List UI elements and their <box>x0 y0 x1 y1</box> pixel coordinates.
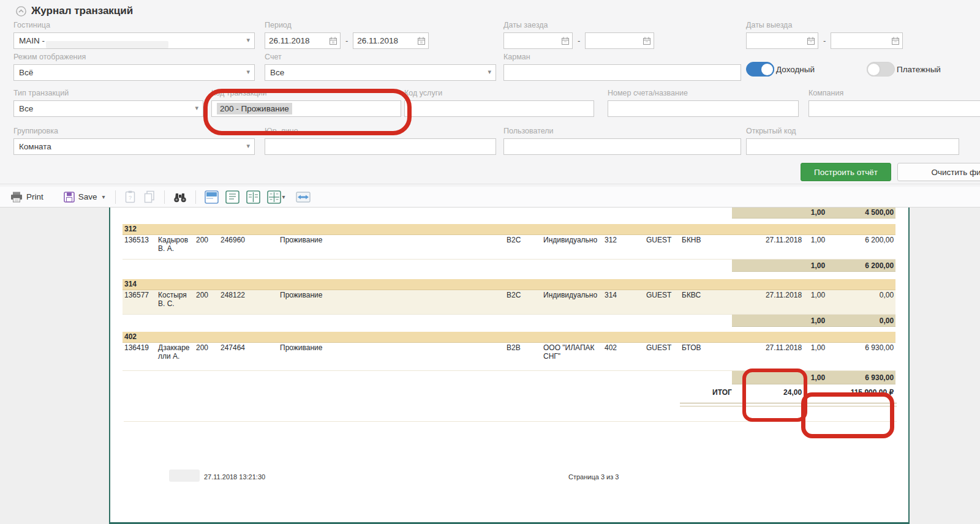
cell-doc-number: 248122 <box>219 290 278 315</box>
filter-users: Пользователи <box>503 127 741 155</box>
filter-grouping-label: Группировка <box>13 127 255 136</box>
subtotal-amount: 4 500,00 <box>827 208 895 219</box>
clipboard-icon: ? <box>124 190 137 203</box>
cell-service: Проживание <box>278 235 505 260</box>
company-input[interactable] <box>809 100 980 117</box>
transactions-table: 1,00 4 500,00 312 136513 Кадыров В. А. 2… <box>123 208 895 400</box>
cell-id: 136419 <box>123 343 156 371</box>
print-button[interactable]: Print <box>9 190 45 204</box>
save-floppy-icon <box>64 192 75 203</box>
arrival-to-input[interactable] <box>585 32 654 49</box>
subtotal-qty: 1,00 <box>804 260 827 272</box>
filter-tx-type-label: Тип транзакций <box>13 89 203 98</box>
departure-from-input[interactable] <box>746 32 818 49</box>
report-viewport[interactable]: 1,00 4 500,00 312 136513 Кадыров В. А. 2… <box>0 208 980 524</box>
filter-legal-entity-label: Юр. лицо <box>265 127 496 136</box>
filter-users-label: Пользователи <box>503 127 741 136</box>
build-report-button[interactable]: Построить отчёт <box>801 163 891 181</box>
cell-amount: 0,00 <box>827 290 895 315</box>
cell-folio: GUEST <box>644 290 680 315</box>
grand-total-label: ИТОГО: <box>123 384 732 400</box>
table-row[interactable]: 136577 Костыря В. С. 200 248122 Проживан… <box>123 290 895 315</box>
departure-to-input[interactable] <box>831 32 903 49</box>
period-to-input[interactable]: 26.11.2018 <box>353 32 429 49</box>
tx-type-value: Все <box>19 104 33 113</box>
collapse-panel-icon[interactable] <box>16 6 26 17</box>
pocket-input[interactable] <box>503 64 741 81</box>
grouping-select[interactable]: Комната <box>13 138 255 155</box>
cell-rate-code: БКВС <box>680 290 732 315</box>
view-toolbar-toggle-button[interactable] <box>204 190 219 204</box>
tx-code-chip[interactable]: 200 - Проживание <box>217 103 292 114</box>
group-subtotal-row: 1,00 0,00 <box>123 315 895 327</box>
filter-pocket-label: Карман <box>503 53 741 62</box>
search-button[interactable] <box>173 191 187 203</box>
users-input[interactable] <box>503 138 741 155</box>
chevron-down-icon <box>246 68 250 76</box>
two-page-icon <box>246 190 260 204</box>
toolbar-separator <box>115 190 116 204</box>
period-from-input[interactable]: 26.11.2018 <box>265 32 341 49</box>
total-rule-bottom <box>680 406 897 406</box>
filter-account-number-label: Номер счета/название <box>608 89 799 98</box>
filter-tx-code: Код транзакций 200 - Проживание <box>211 89 401 117</box>
filter-tx-type: Тип транзакций Все <box>13 89 203 117</box>
single-page-view-button[interactable] <box>225 190 240 204</box>
filter-display-mode: Режим отображения Всё <box>13 53 255 81</box>
account-select[interactable]: Все <box>265 64 496 81</box>
cell-rate-code: БКНВ <box>680 235 732 260</box>
tx-type-select[interactable]: Все <box>13 100 203 117</box>
subtotal-empty-cell <box>732 371 804 384</box>
cell-account: Индивидуально <box>541 235 603 260</box>
display-mode-select[interactable]: Всё <box>13 64 255 81</box>
payment-toggle[interactable] <box>867 62 895 77</box>
filter-arrival-label: Даты заезда <box>503 21 654 30</box>
table-row[interactable]: 136419 Дзаккарелли А. 200 247464 Прожива… <box>123 343 895 371</box>
export-clipboard-button[interactable]: ? <box>124 190 137 204</box>
save-button[interactable]: Save ▾ <box>62 190 107 204</box>
tx-code-input[interactable]: 200 - Проживание <box>211 100 401 117</box>
toolbar-separator <box>195 190 196 204</box>
filter-arrival-dates: Даты заезда - <box>503 21 654 49</box>
group-room: 402 <box>123 332 895 343</box>
arrival-from-input[interactable] <box>503 32 573 49</box>
two-page-view-button[interactable] <box>246 190 261 204</box>
grid-pages-icon <box>267 190 281 204</box>
page-title: Журнал транзакций <box>31 5 133 17</box>
account-number-input[interactable] <box>608 100 799 117</box>
open-code-input[interactable] <box>746 138 959 155</box>
filter-grouping: Группировка Комната <box>13 127 255 155</box>
cell-folio: GUEST <box>644 235 680 260</box>
cell-date: 27.11.2018 <box>732 343 804 371</box>
subtotal-qty: 1,00 <box>804 315 827 327</box>
filter-company-label: Компания <box>809 89 980 98</box>
subtotal-amount: 6 930,00 <box>827 371 895 384</box>
copy-icon <box>143 190 156 203</box>
clear-filters-button[interactable]: Очистить фил <box>897 163 980 181</box>
save-label: Save <box>78 192 97 201</box>
filter-open-code: Открытый код <box>746 127 959 155</box>
cell-service: Проживание <box>278 343 505 371</box>
multi-page-view-button[interactable]: ▾ <box>266 190 286 204</box>
calendar-icon <box>330 37 337 45</box>
hotel-select[interactable]: MAIN - <box>13 32 255 49</box>
calendar-icon <box>562 37 569 45</box>
copy-pages-button[interactable] <box>143 190 156 204</box>
filter-departure-dates: Даты выезда - <box>746 21 903 49</box>
cell-guest-name: Кадыров В. А. <box>156 235 194 260</box>
service-code-input[interactable] <box>404 100 594 117</box>
group-header-row: 402 <box>123 332 895 343</box>
redaction-smudge <box>46 41 168 48</box>
cell-rate-code: БТОВ <box>680 343 732 371</box>
svg-text:?: ? <box>129 195 132 201</box>
grand-total-row: ИТОГО: 24,00 115 900,00 ₽ <box>123 384 895 400</box>
fit-page-width-button[interactable] <box>295 190 311 204</box>
cell-amount: 6 200,00 <box>827 235 895 260</box>
group-header-row: 314 <box>123 279 895 290</box>
legal-entity-input[interactable] <box>265 138 496 155</box>
filter-service-code: Код услуги <box>404 89 594 117</box>
window-view-icon <box>205 190 219 204</box>
single-page-icon <box>225 190 239 204</box>
table-row[interactable]: 136513 Кадыров В. А. 200 246960 Проживан… <box>123 235 895 260</box>
income-toggle[interactable] <box>746 62 774 77</box>
